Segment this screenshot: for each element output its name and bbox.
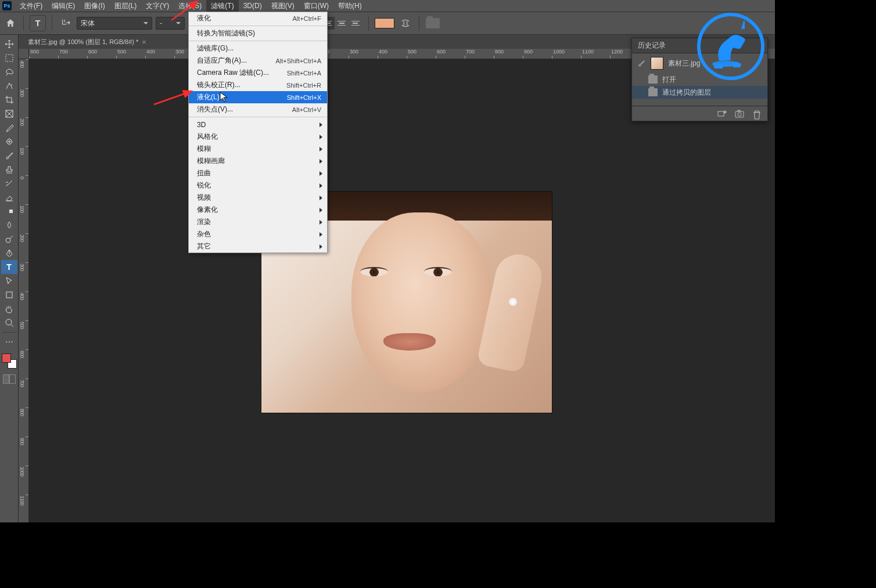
svg-point-7 <box>6 319 12 325</box>
history-state-row[interactable]: 通过拷贝的图层 <box>632 86 767 99</box>
menu-help[interactable]: 帮助(H) <box>333 0 367 12</box>
filter-menu-item[interactable]: 消失点(V)...Alt+Ctrl+V <box>189 103 327 116</box>
text-orientation-button[interactable] <box>58 17 73 30</box>
filter-menu-item[interactable]: 杂色 <box>189 228 327 240</box>
menu-window[interactable]: 窗口(W) <box>299 0 333 12</box>
menu-layer[interactable]: 图层(L) <box>110 0 142 12</box>
filter-menu-item[interactable]: 3D <box>189 118 327 131</box>
history-source-row[interactable]: 素材三.jpg <box>632 53 767 73</box>
menu-3d[interactable]: 3D(D) <box>239 1 267 11</box>
filter-menu-item[interactable]: 液化(L)...Shift+Ctrl+X <box>189 91 327 103</box>
panels-toggle-button[interactable] <box>425 17 440 30</box>
menu-item-label: 液化 <box>197 13 292 23</box>
divider <box>368 16 369 31</box>
menu-item-label: 其它 <box>197 241 321 251</box>
quickmask-toggle[interactable] <box>3 374 16 384</box>
active-tool-indicator[interactable]: T <box>30 15 46 31</box>
history-state-row[interactable]: 打开 <box>632 73 767 86</box>
menu-item-label: 像素化 <box>197 205 321 215</box>
image-region <box>509 298 517 306</box>
font-style-dropdown[interactable]: - <box>156 17 185 30</box>
menu-item-shortcut: Alt+Ctrl+V <box>292 106 321 113</box>
menu-image[interactable]: 图像(I) <box>80 0 109 12</box>
align-center-button[interactable] <box>335 17 349 30</box>
pen-tool[interactable] <box>1 246 17 260</box>
canvas[interactable] <box>29 59 775 522</box>
filter-menu-item[interactable]: 风格化 <box>189 131 327 143</box>
filter-menu-item[interactable]: 模糊画廊 <box>189 155 327 167</box>
shape-tool[interactable] <box>1 288 17 302</box>
menu-item-label: 消失点(V)... <box>197 104 292 114</box>
filter-menu-item[interactable]: 渲染 <box>189 216 327 228</box>
menu-view[interactable]: 视图(V) <box>267 0 299 12</box>
warp-text-button[interactable] <box>398 17 413 30</box>
menu-item-label: 滤镜库(G)... <box>197 44 321 53</box>
font-family-dropdown[interactable]: 宋体 <box>77 17 152 30</box>
filter-menu-item[interactable]: 镜头校正(R)...Shift+Ctrl+R <box>189 79 327 91</box>
svg-rect-8 <box>718 111 724 116</box>
eyedropper-tool[interactable] <box>1 121 17 135</box>
history-brush-icon[interactable] <box>637 59 646 68</box>
type-tool[interactable]: T <box>1 260 17 274</box>
menu-item-label: 模糊 <box>197 144 321 154</box>
blur-tool[interactable] <box>1 218 17 232</box>
home-button[interactable] <box>3 16 17 30</box>
menu-item-label: 模糊画廊 <box>197 156 321 166</box>
frame-tool[interactable] <box>1 107 17 121</box>
menu-file[interactable]: 文件(F) <box>15 0 47 12</box>
healing-tool[interactable] <box>1 135 17 149</box>
foreground-color[interactable] <box>2 353 11 363</box>
eraser-tool[interactable] <box>1 190 17 204</box>
menu-item-shortcut: Shift+Ctrl+R <box>286 82 321 89</box>
history-panel-title[interactable]: 历史记录 <box>638 41 666 50</box>
trash-icon[interactable] <box>752 110 762 118</box>
menu-item-label: 自适应广角(A)... <box>197 56 275 66</box>
filter-menu-item[interactable]: 模糊 <box>189 143 327 155</box>
filter-menu-item[interactable]: 扭曲 <box>189 167 327 179</box>
document-tab[interactable]: 素材三.jpg @ 100% (图层 1, RGB/8#) * × <box>23 36 151 48</box>
create-document-icon[interactable] <box>717 110 727 118</box>
filter-menu-item[interactable]: 视频 <box>189 192 327 204</box>
filter-menu-item[interactable]: 像素化 <box>189 204 327 216</box>
brush-tool[interactable] <box>1 149 17 163</box>
filter-menu-item[interactable]: Camera Raw 滤镜(C)...Shift+Ctrl+A <box>189 67 327 79</box>
close-icon[interactable]: × <box>142 38 146 46</box>
zoom-tool[interactable] <box>1 316 17 330</box>
hand-tool[interactable] <box>1 302 17 316</box>
path-select-tool[interactable] <box>1 274 17 288</box>
menu-edit[interactable]: 编辑(E) <box>47 0 80 12</box>
stamp-tool[interactable] <box>1 163 17 176</box>
lasso-tool[interactable] <box>1 65 17 79</box>
image-region <box>424 267 452 276</box>
ruler-origin[interactable] <box>19 49 29 59</box>
filter-menu-item[interactable]: 转换为智能滤镜(S) <box>189 27 327 39</box>
align-right-button[interactable] <box>349 17 362 30</box>
history-source-name: 素材三.jpg <box>668 59 700 68</box>
svg-point-5 <box>6 238 10 243</box>
marquee-tool[interactable] <box>1 51 17 65</box>
dodge-tool[interactable] <box>1 232 17 246</box>
menu-type[interactable]: 文字(Y) <box>141 0 174 12</box>
filter-menu-item[interactable]: 滤镜库(G)... <box>189 42 327 55</box>
history-brush-tool[interactable] <box>1 176 17 190</box>
move-tool[interactable] <box>1 37 17 51</box>
filter-menu-item[interactable]: 液化Alt+Ctrl+F <box>189 12 327 24</box>
menu-item-label: 转换为智能滤镜(S) <box>197 28 321 38</box>
options-bar: T 宋体 - T̲ - aa 锐利 <box>0 12 775 35</box>
text-color-swatch[interactable] <box>375 18 394 28</box>
history-panel: 历史记录 素材三.jpg 打开通过拷贝的图层 <box>631 38 768 121</box>
ruler-vertical[interactable]: 4003002001000100200300400500600700800900… <box>19 59 29 522</box>
menu-filter[interactable]: 滤镜(T) <box>206 0 238 12</box>
history-state-icon <box>648 75 658 84</box>
filter-menu-item[interactable]: 锐化 <box>189 179 327 192</box>
menu-select[interactable]: 选择(S) <box>174 0 206 12</box>
history-state-label: 打开 <box>662 75 676 85</box>
edit-toolbar-button[interactable]: ⋯ <box>1 335 17 349</box>
snapshot-icon[interactable] <box>735 110 744 118</box>
foreground-background-colors[interactable] <box>2 353 17 369</box>
crop-tool[interactable] <box>1 93 17 107</box>
gradient-tool[interactable] <box>1 204 17 218</box>
quick-select-tool[interactable] <box>1 79 17 93</box>
filter-menu-item[interactable]: 自适应广角(A)...Alt+Shift+Ctrl+A <box>189 55 327 67</box>
filter-menu-item[interactable]: 其它 <box>189 240 327 252</box>
